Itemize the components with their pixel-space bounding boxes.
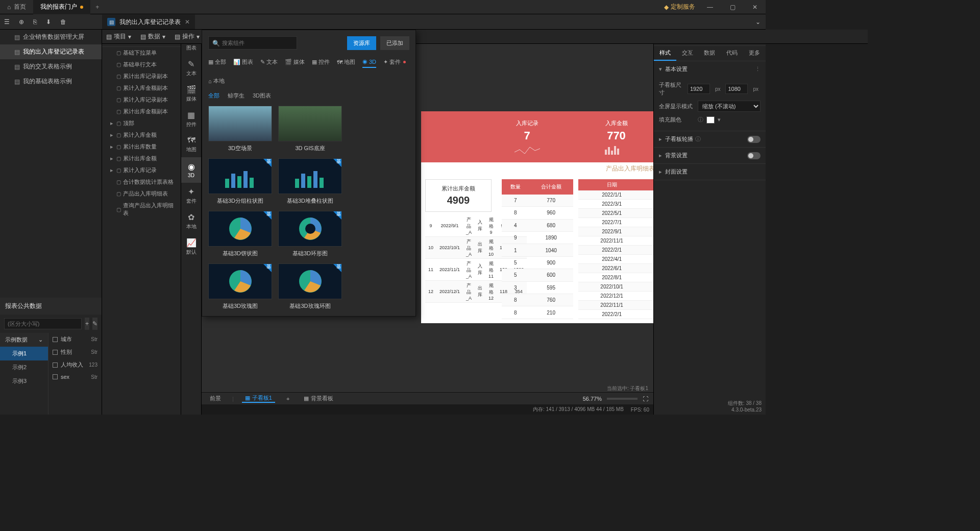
nav-item-3[interactable]: ▤我的基础表格示例 — [0, 74, 102, 89]
menu-operate[interactable]: ▤ 操作 ▾ — [175, 32, 200, 41]
public-data-search[interactable] — [4, 318, 82, 329]
expand-button[interactable]: ⌄ — [755, 18, 761, 26]
document-tab[interactable]: ▤ 我的出入库登记记录表 ✕ — [102, 15, 195, 29]
height-input[interactable] — [725, 84, 748, 94]
close-button[interactable]: ✕ — [747, 0, 763, 14]
layer-item[interactable]: ▢基础下拉菜单 — [102, 47, 181, 59]
nav-item-2[interactable]: ▤我的交叉表格示例 — [0, 59, 102, 74]
section-more-button[interactable]: ⋮ — [755, 66, 761, 73]
canvas-area[interactable]: |800|850|900|950|1000|1050|1100|1150|120… — [202, 30, 653, 415]
example-item[interactable]: 示例3 — [0, 374, 48, 388]
chevron-down-icon[interactable]: ▾ — [718, 116, 721, 123]
component-thumb[interactable]: 基基础3D玫瑰环图 — [278, 263, 342, 310]
section-basic-header[interactable]: ▾ 基本设置 ⋮ — [654, 61, 766, 77]
minimize-button[interactable]: — — [702, 0, 718, 14]
tab-add[interactable]: + — [90, 4, 104, 11]
section-cover-header[interactable]: ▸ 封面设置 — [654, 164, 766, 180]
layer-item[interactable]: ▸▢累计入库金额 — [102, 129, 181, 141]
new-button[interactable]: ⊕ — [19, 18, 24, 26]
layer-item[interactable]: ▢累计入库记录副本 — [102, 94, 181, 106]
component-thumb[interactable]: 基基础3D堆叠柱状图 — [278, 158, 342, 205]
tab-childboard[interactable]: ▦ 子看板1 — [242, 394, 275, 403]
inspector-tab-样式[interactable]: 样式 — [654, 46, 676, 61]
inspector-tab-交互[interactable]: 交互 — [676, 46, 699, 61]
popup-tab-3D[interactable]: ◉3D — [362, 56, 376, 68]
width-input[interactable] — [688, 84, 710, 94]
document-tab-close[interactable]: ✕ — [185, 18, 190, 26]
tab-foreground[interactable]: 前景 — [207, 395, 224, 402]
component-category-默认[interactable]: 📈默认 — [181, 234, 201, 259]
menu-data[interactable]: ▤ 数据 ▾ — [140, 32, 165, 41]
example-item[interactable]: 示例1 — [0, 347, 48, 360]
component-category-套件[interactable]: ✦套件 — [181, 183, 201, 208]
zoom-slider[interactable] — [607, 398, 638, 400]
layer-item[interactable]: ▢合计数据统计票表格 — [102, 176, 181, 188]
component-thumb[interactable]: 基基础3D饼状图 — [208, 211, 272, 257]
layer-item[interactable]: ▢累计出库记录副本 — [102, 70, 181, 82]
component-category-3D[interactable]: ◉3D — [181, 157, 201, 183]
menu-project[interactable]: ▤ 项目 ▾ — [106, 32, 131, 41]
popup-subtab[interactable]: 鲸孪生 — [228, 92, 244, 100]
fullscreen-select[interactable]: 缩放 (不滚动) — [698, 101, 761, 112]
delete-button[interactable]: 🗑 — [60, 18, 66, 26]
menu-button[interactable]: ☰ — [4, 18, 10, 26]
inspector-tab-更多[interactable]: 更多 — [743, 46, 766, 61]
nav-item-1[interactable]: ▤我的出入库登记记录表 — [0, 44, 102, 59]
component-category-媒体[interactable]: 🎬媒体 — [181, 81, 201, 106]
checkbox[interactable] — [53, 374, 58, 379]
field-row[interactable]: 城市Str — [48, 333, 102, 346]
tab-add-board[interactable]: + — [283, 396, 292, 402]
inspector-tab-代码[interactable]: 代码 — [721, 46, 743, 61]
popup-tab-文本[interactable]: ✎文本 — [260, 56, 278, 68]
component-thumb[interactable]: 基基础3D玫瑰图 — [208, 263, 272, 310]
download-button[interactable]: ⬇ — [46, 18, 51, 26]
component-thumb[interactable]: 基基础3D分组柱状图 — [208, 158, 272, 205]
section-rotate-header[interactable]: ▸ 子看板轮播 ⓘ — [654, 131, 766, 147]
popup-tab-全部[interactable]: ▦全部 — [208, 56, 226, 68]
example-data-header[interactable]: 示例数据 ⌄ — [0, 333, 48, 347]
tab-background[interactable]: ▦ 背景看板 — [301, 395, 336, 402]
component-thumb[interactable]: 3D空场景 — [208, 106, 272, 152]
popup-subtab[interactable]: 3D图表 — [253, 92, 271, 100]
add-data-button[interactable]: + — [85, 318, 89, 330]
popup-tab-媒体[interactable]: 🎬媒体 — [285, 56, 305, 68]
layer-item[interactable]: ▸▢累计出库金额 — [102, 153, 181, 164]
popup-tab-图表[interactable]: 📊图表 — [233, 56, 253, 68]
layer-item[interactable]: ▢基础单行文本 — [102, 59, 181, 70]
checkbox[interactable] — [53, 337, 58, 342]
popup-subtab[interactable]: 全部 — [208, 92, 219, 100]
layer-item[interactable]: ▢产品出入库明细表 — [102, 188, 181, 200]
field-row[interactable]: 人均收入123 — [48, 358, 102, 371]
bg-toggle[interactable] — [747, 152, 761, 159]
component-thumb[interactable]: 3D GIS底座 — [278, 106, 342, 152]
component-thumb[interactable]: 基基础3D环形图 — [278, 211, 342, 257]
maximize-button[interactable]: ▢ — [725, 0, 740, 14]
component-category-本地[interactable]: ✿本地 — [181, 208, 201, 234]
checkbox[interactable] — [53, 363, 58, 368]
fullscreen-button[interactable]: ⛶ — [643, 396, 648, 402]
custom-service-link[interactable]: ◆ 定制服务 — [664, 3, 695, 11]
tab-portal[interactable]: 我的报表门户 — [33, 0, 90, 14]
popup-tab-本地[interactable]: ⌂本地 — [208, 75, 225, 87]
nav-item-0[interactable]: ▤企业销售数据管理大屏 — [0, 30, 102, 44]
fill-color-swatch[interactable] — [706, 116, 715, 124]
rotate-toggle[interactable] — [747, 136, 761, 143]
field-row[interactable]: sexStr — [48, 371, 102, 382]
resource-library-button[interactable]: 资源库 — [347, 36, 376, 50]
export-button[interactable]: ⎘ — [33, 18, 37, 26]
layer-item[interactable]: ▸▢顶部 — [102, 117, 181, 129]
edit-data-button[interactable]: ✎ — [92, 318, 97, 330]
layer-item[interactable]: ▢累计入库金额副本 — [102, 82, 181, 94]
layer-item[interactable]: ▸▢累计出库数量 — [102, 141, 181, 153]
popup-tab-控件[interactable]: ▦控件 — [312, 56, 330, 68]
layer-item[interactable]: ▢累计出库金额副本 — [102, 106, 181, 117]
component-category-地图[interactable]: 🗺地图 — [181, 132, 201, 157]
component-category-控件[interactable]: ▦控件 — [181, 106, 201, 132]
tab-home[interactable]: ⌂ 首页 — [0, 0, 33, 14]
popup-tab-套件[interactable]: ✦套件 — [383, 56, 406, 68]
added-button[interactable]: 已添加 — [380, 36, 409, 50]
layer-item[interactable]: ▢查询产品出入库明细表 — [102, 200, 181, 219]
section-bg-header[interactable]: ▸ 背景设置 — [654, 148, 766, 163]
checkbox[interactable] — [53, 350, 58, 355]
component-category-文本[interactable]: ✎文本 — [181, 55, 201, 81]
